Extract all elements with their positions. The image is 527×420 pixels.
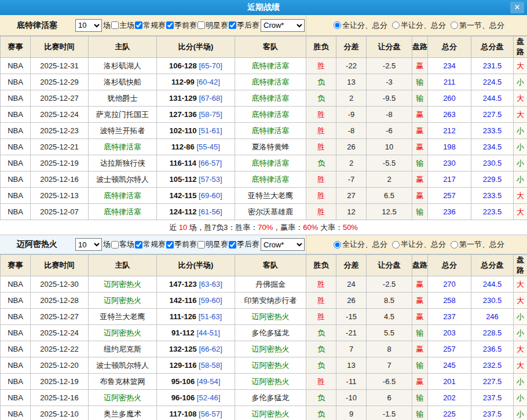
ou-result-cell: 大 [514, 204, 527, 220]
away-team-cell: 密尔沃基雄鹿 [235, 204, 306, 220]
point-diff-cell: -21 [336, 325, 367, 341]
home-team-cell: 迈阿密热火 [89, 390, 157, 406]
radio-input-first-quarter-total[interactable] [451, 241, 458, 249]
checkbox-label-playoffs: 季后赛 [237, 239, 259, 250]
win-loss-cell: 负 [306, 341, 336, 357]
bookmaker-select[interactable]: Crow* [261, 238, 305, 251]
away-team-cell: 底特律活塞 [235, 74, 306, 90]
checkbox-playoffs[interactable] [229, 241, 236, 249]
point-diff-cell: 12 [336, 204, 367, 220]
event-cell: NBA [1, 188, 31, 204]
total-line-cell: 224.5 [471, 74, 514, 90]
radio-input-full-handicap-total[interactable] [334, 21, 341, 29]
section-miami-heat: 迈阿密热火 10 场 客场常规赛季前赛明星赛季后赛 Crow* 全让分、总分半让… [0, 235, 527, 420]
ou-result-cell: 小 [514, 390, 527, 406]
filter-checkbox-playoffs: 季后赛 [228, 239, 259, 250]
radio-input-half-handicap-total[interactable] [392, 21, 400, 29]
win-loss-cell: 胜 [306, 309, 336, 325]
checkbox-playoffs[interactable] [229, 21, 236, 29]
checkbox-regular-season[interactable] [135, 241, 142, 249]
match-time-cell: 2025-12-07 [31, 204, 89, 220]
away-team-cell: 夏洛特黄蜂 [235, 139, 306, 155]
home-team-cell: 底特律活塞 [89, 139, 157, 155]
total-points-cell: 263 [428, 107, 471, 123]
summary-segment: 大率： [318, 222, 343, 233]
games-count-select[interactable]: 10 [75, 19, 102, 32]
checkbox-allstar[interactable] [197, 241, 205, 249]
ou-result-cell: 大 [514, 107, 527, 123]
total-points-cell: 270 [428, 276, 471, 293]
bookmaker-select[interactable]: Crow* [261, 19, 305, 32]
final-score: 105-112 [169, 175, 196, 184]
checkbox-preseason[interactable] [166, 241, 174, 249]
handicap-result-cell: 赢 [412, 58, 428, 74]
total-points-cell: 217 [428, 171, 471, 188]
filter-checkbox-home-games: 主场 [111, 20, 134, 31]
checkbox-label-allstar: 明星赛 [206, 20, 228, 31]
home-team-cell: 迈阿密热火 [89, 276, 157, 293]
final-score: 142-116 [169, 296, 196, 305]
point-diff-cell: -11 [336, 374, 367, 390]
score-cell: 91-112 [44-51] [157, 325, 235, 341]
radio-input-half-handicap-total[interactable] [392, 241, 400, 249]
checkbox-allstar[interactable] [197, 21, 205, 29]
games-count-select[interactable]: 10 [75, 238, 102, 251]
home-team-cell: 波特兰开拓者 [89, 123, 157, 139]
checkbox-away-games[interactable] [111, 241, 119, 249]
home-team-cell: 迈阿密热火 [89, 293, 157, 309]
summary-segment: 10 [179, 223, 187, 232]
point-diff-cell: -7 [336, 171, 367, 188]
event-cell: NBA [1, 139, 31, 155]
close-icon[interactable]: ✕ [510, 2, 524, 13]
halftime-score: [49-54] [195, 377, 220, 386]
col-header-league: 赛事 [1, 255, 31, 276]
point-diff-cell: 7 [336, 341, 367, 357]
col-header-home: 主队 [89, 36, 157, 58]
point-diff-cell: 9 [336, 406, 367, 420]
halftime-score: [58-58] [196, 361, 222, 370]
total-points-cell: 202 [428, 390, 471, 406]
filter-checkbox-preseason: 季前赛 [166, 239, 197, 250]
home-team-cell: 迈阿密热火 [89, 325, 157, 341]
handicap-result-cell: 输 [412, 90, 428, 107]
checkbox-preseason[interactable] [166, 21, 174, 29]
final-score: 106-128 [169, 61, 197, 70]
match-row: NBA2025-12-28迈阿密热火142-116 [59-60]印第安纳步行者… [1, 293, 527, 309]
home-team-cell: 洛杉矶湖人 [89, 58, 157, 74]
total-points-cell: 201 [428, 374, 471, 390]
summary-segment: ，赢率： [273, 222, 303, 233]
handicap-line-cell: 12.5 [367, 204, 412, 220]
total-points-cell: 211 [428, 74, 471, 90]
ou-result-cell: 小 [514, 406, 527, 420]
score-cell: 116-114 [66-57] [157, 155, 235, 171]
score-cell: 131-129 [67-68] [157, 90, 235, 107]
handicap-line-cell: 6 [367, 390, 412, 406]
handicap-line-cell: 2 [367, 171, 412, 188]
total-line-cell: 227.5 [471, 107, 514, 123]
header-row: 赛事比赛时间主队比分(半场)客队胜负分差让分盘盘路总分总分盘盘路 [1, 36, 527, 58]
team-name: 迈阿密热火 [0, 239, 74, 250]
checkbox-regular-season[interactable] [135, 21, 142, 29]
radio-input-full-handicap-total[interactable] [334, 241, 341, 249]
results-table: 赛事比赛时间主队比分(半场)客队胜负分差让分盘盘路总分总分盘盘路NBA2025-… [0, 254, 527, 420]
final-score: 116-114 [170, 159, 196, 167]
match-row: NBA2025-12-31洛杉矶湖人106-128 [65-70]底特律活塞胜-… [1, 58, 527, 74]
checkbox-home-games[interactable] [111, 21, 119, 29]
away-team-cell: 底特律活塞 [235, 58, 306, 74]
match-row: NBA2025-12-20波士顿凯尔特人129-116 [58-58]迈阿密热火… [1, 357, 527, 374]
total-line-cell: 244.5 [471, 276, 514, 293]
radio-full-handicap-total: 全让分、总分 [329, 239, 387, 250]
win-loss-cell: 胜 [306, 139, 336, 155]
point-diff-cell: 2 [336, 155, 367, 171]
match-time-cell: 2025-12-22 [31, 341, 89, 357]
radio-label-half-handicap-total: 半让分、总分 [401, 20, 446, 31]
final-score: 96-106 [171, 393, 195, 402]
radio-input-first-quarter-total[interactable] [451, 21, 458, 29]
handicap-result-cell: 输 [412, 390, 428, 406]
win-loss-cell: 负 [306, 155, 336, 171]
odds-type-radio-group: 全让分、总分半让分、总分第一节、总分 [306, 235, 527, 254]
checkbox-label-regular-season: 常规赛 [143, 239, 166, 250]
col-header-away: 客队 [235, 36, 306, 58]
score-cell: 96-106 [52-46] [157, 390, 235, 406]
away-team-cell: 印第安纳步行者 [235, 293, 306, 309]
